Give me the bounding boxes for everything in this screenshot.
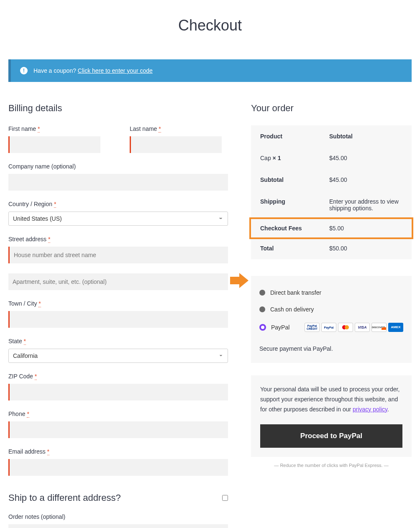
first-name-label: First name * — [8, 125, 107, 132]
country-select[interactable]: United States (US) — [8, 212, 228, 226]
payment-bank-label: Direct bank transfer — [270, 289, 321, 296]
checkout-fees-highlight: Checkout Fees $5.00 — [249, 217, 413, 239]
payment-cod[interactable]: Cash on delivery — [259, 301, 403, 318]
fees-label: Checkout Fees — [260, 225, 329, 232]
company-input[interactable] — [8, 174, 228, 191]
last-name-input[interactable] — [130, 136, 222, 153]
street-label: Street address * — [8, 236, 228, 242]
zip-input[interactable] — [8, 384, 228, 400]
shipping-value: Enter your address to view shipping opti… — [329, 198, 402, 212]
payment-paypal-label: PayPal — [271, 324, 289, 331]
payment-paypal[interactable]: PayPal PayPal CREDIT PayPal VISA DISCOVE… — [259, 318, 403, 337]
shipping-label: Shipping — [260, 198, 329, 212]
arrow-icon — [230, 277, 240, 284]
total-label: Total — [260, 245, 329, 252]
product-header: Product — [260, 133, 329, 140]
paypal-icon: PayPal — [321, 323, 336, 332]
ship-different-checkbox[interactable] — [222, 495, 228, 501]
total-value: $50.00 — [329, 245, 402, 252]
amex-icon: AMEX — [388, 323, 403, 332]
proceed-button[interactable]: Proceed to PayPal — [260, 424, 402, 448]
order-heading: Your order — [251, 103, 412, 114]
item-name: Cap × 1 — [260, 155, 329, 161]
coupon-prompt: Have a coupon? — [33, 67, 78, 74]
fees-value: $5.00 — [329, 225, 402, 232]
mastercard-icon — [338, 323, 353, 332]
visa-icon: VISA — [355, 323, 370, 332]
radio-selected-icon — [259, 324, 266, 331]
secure-note: Secure payment via PayPal. — [259, 337, 403, 355]
order-notes-label: Order notes (optional) — [8, 513, 228, 520]
order-notes-input[interactable] — [8, 524, 228, 528]
discover-icon: DISCOVER — [371, 323, 387, 332]
radio-icon — [259, 290, 265, 296]
footnote: — Reduce the number of clicks with PayPa… — [251, 463, 412, 468]
state-select[interactable]: California — [8, 349, 228, 363]
subtotal-header: Subtotal — [329, 133, 402, 140]
phone-input[interactable] — [8, 421, 228, 438]
coupon-link[interactable]: Click here to enter your code — [78, 67, 153, 74]
paypal-credit-icon: PayPal CREDIT — [305, 323, 320, 332]
subtotal-label: Subtotal — [260, 176, 329, 183]
privacy-box: Your personal data will be used to proce… — [251, 375, 412, 457]
apt-input[interactable] — [8, 273, 228, 290]
state-label: State * — [8, 338, 228, 344]
city-label: Town / City * — [8, 300, 228, 307]
ship-heading: Ship to a different address? — [8, 492, 121, 503]
zip-label: ZIP Code * — [8, 373, 228, 380]
privacy-link[interactable]: privacy policy — [353, 406, 387, 413]
email-label: Email address * — [8, 448, 228, 455]
page-title: Checkout — [8, 17, 412, 34]
order-summary: Product Subtotal Cap × 1 $45.00 Subtotal… — [251, 125, 412, 259]
street-input[interactable] — [8, 247, 228, 263]
last-name-label: Last name * — [130, 125, 228, 132]
billing-heading: Billing details — [8, 103, 228, 114]
card-icons: PayPal CREDIT PayPal VISA DISCOVER AMEX — [305, 323, 403, 332]
item-price: $45.00 — [329, 155, 402, 161]
first-name-input[interactable] — [8, 136, 100, 153]
arrow-icon — [239, 273, 248, 288]
payment-cod-label: Cash on delivery — [270, 306, 314, 313]
city-input[interactable] — [8, 311, 228, 328]
radio-icon — [259, 306, 265, 312]
coupon-notice: ! Have a coupon? Click here to enter you… — [8, 59, 412, 82]
info-icon: ! — [20, 67, 28, 74]
email-input[interactable] — [8, 459, 228, 476]
phone-label: Phone * — [8, 411, 228, 417]
payment-bank[interactable]: Direct bank transfer — [259, 284, 403, 301]
country-label: Country / Region * — [8, 201, 228, 207]
company-label: Company name (optional) — [8, 163, 228, 170]
payment-methods: Direct bank transfer Cash on delivery Pa… — [251, 276, 412, 363]
subtotal-value: $45.00 — [329, 176, 402, 183]
